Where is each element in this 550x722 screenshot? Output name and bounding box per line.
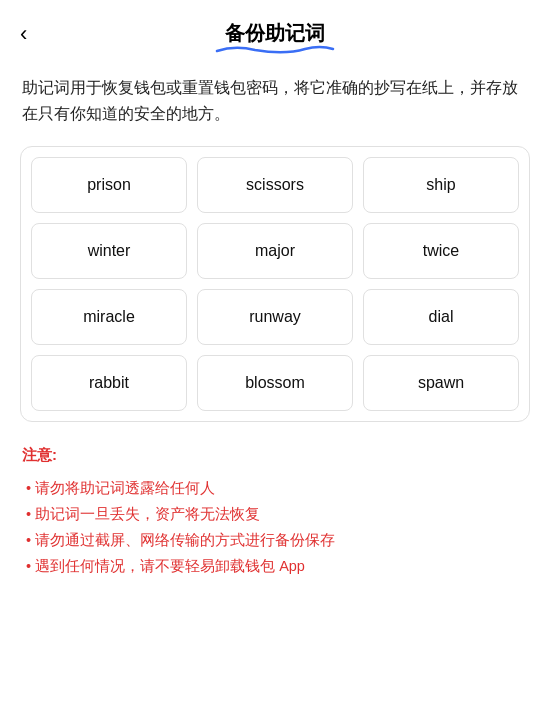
- mnemonic-word-5: major: [197, 223, 353, 279]
- title-underline-decoration: [215, 41, 335, 55]
- mnemonic-word-8: runway: [197, 289, 353, 345]
- notice-item-2: • 助记词一旦丢失，资产将无法恢复: [22, 501, 528, 527]
- notice-title: 注意:: [22, 446, 528, 465]
- notice-item-1: • 请勿将助记词透露给任何人: [22, 475, 528, 501]
- mnemonic-grid: prisonscissorsshipwintermajortwicemiracl…: [31, 157, 519, 411]
- mnemonic-word-3: ship: [363, 157, 519, 213]
- mnemonic-word-6: twice: [363, 223, 519, 279]
- mnemonic-word-2: scissors: [197, 157, 353, 213]
- mnemonic-grid-container: prisonscissorsshipwintermajortwicemiracl…: [20, 146, 530, 422]
- mnemonic-word-11: blossom: [197, 355, 353, 411]
- notice-items-container: • 请勿将助记词透露给任何人• 助记词一旦丢失，资产将无法恢复• 请勿通过截屏、…: [22, 475, 528, 579]
- notice-section: 注意: • 请勿将助记词透露给任何人• 助记词一旦丢失，资产将无法恢复• 请勿通…: [0, 422, 550, 595]
- back-button[interactable]: ‹: [20, 23, 27, 45]
- header-title-wrap: 备份助记词: [225, 20, 325, 47]
- mnemonic-word-9: dial: [363, 289, 519, 345]
- mnemonic-word-10: rabbit: [31, 355, 187, 411]
- header: ‹ 备份助记词: [0, 0, 550, 57]
- notice-item-4: • 遇到任何情况，请不要轻易卸载钱包 App: [22, 553, 528, 579]
- description-text: 助记词用于恢复钱包或重置钱包密码，将它准确的抄写在纸上，并存放在只有你知道的安全…: [0, 57, 550, 146]
- mnemonic-word-7: miracle: [31, 289, 187, 345]
- mnemonic-word-1: prison: [31, 157, 187, 213]
- notice-item-3: • 请勿通过截屏、网络传输的方式进行备份保存: [22, 527, 528, 553]
- mnemonic-word-4: winter: [31, 223, 187, 279]
- mnemonic-word-12: spawn: [363, 355, 519, 411]
